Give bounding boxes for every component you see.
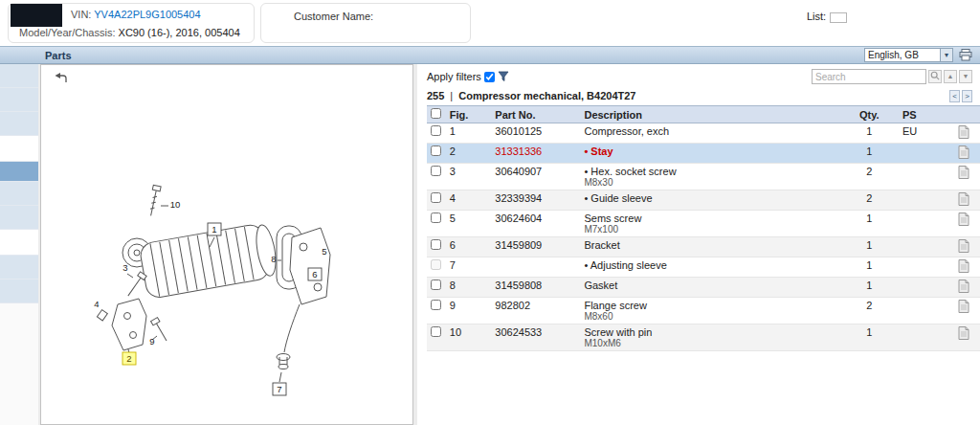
diagram-callout[interactable]: 7 bbox=[277, 384, 281, 394]
sidebar-item[interactable] bbox=[0, 88, 38, 112]
diagram-callout[interactable]: 1 bbox=[212, 224, 216, 235]
customer-name-label: Customer Name: bbox=[294, 11, 373, 22]
row-checkbox[interactable] bbox=[431, 280, 441, 290]
filters-row: Apply filters ▲ ▼ bbox=[427, 68, 972, 85]
part-no-cell bbox=[491, 257, 580, 278]
fig-cell: 10 bbox=[446, 324, 492, 351]
sidebar-item[interactable] bbox=[0, 136, 38, 162]
table-row[interactable]: 231331336• Stay1 bbox=[427, 144, 980, 164]
sidebar-item-selected[interactable] bbox=[0, 162, 38, 182]
note-icon bbox=[958, 239, 969, 253]
search-input[interactable] bbox=[812, 69, 926, 84]
note-icon bbox=[958, 145, 969, 159]
parts-table-body: 136010125Compressor, exch1EU231331336• S… bbox=[427, 123, 980, 351]
diagram-callout[interactable]: 9 bbox=[149, 336, 154, 347]
row-checkbox[interactable] bbox=[431, 125, 441, 136]
description-cell: Screw with pinM10xM6 bbox=[580, 324, 839, 351]
note-icon-cell[interactable] bbox=[947, 298, 980, 324]
table-row[interactable]: 530624604Sems screwM7x1001 bbox=[427, 211, 980, 237]
sidebar-item[interactable] bbox=[0, 256, 38, 280]
note-icon-cell[interactable] bbox=[947, 324, 980, 351]
fig-cell: 8 bbox=[446, 278, 492, 298]
table-row[interactable]: 136010125Compressor, exch1EU bbox=[427, 123, 980, 144]
row-checkbox[interactable] bbox=[431, 326, 441, 337]
filter-funnel-icon[interactable] bbox=[498, 71, 509, 82]
part-no-cell: 30624604 bbox=[491, 211, 580, 237]
row-checkbox[interactable] bbox=[431, 300, 441, 310]
note-icon-cell[interactable] bbox=[947, 123, 980, 144]
next-page-button[interactable]: > bbox=[962, 90, 972, 102]
diagram-callout[interactable]: 8 bbox=[271, 254, 276, 264]
diagram-callout[interactable]: 10 bbox=[170, 199, 181, 210]
row-checkbox[interactable] bbox=[431, 192, 441, 203]
prev-page-button[interactable]: < bbox=[949, 90, 960, 102]
sidebar-item[interactable] bbox=[0, 206, 38, 230]
select-all-cell bbox=[427, 106, 446, 123]
back-button[interactable] bbox=[51, 73, 70, 87]
list-dropdown[interactable] bbox=[830, 12, 847, 23]
qty-cell: 2 bbox=[840, 298, 899, 324]
search-button[interactable] bbox=[928, 70, 942, 83]
mini-sidebar bbox=[0, 64, 38, 425]
table-row[interactable]: 831459808Gasket1 bbox=[427, 278, 980, 298]
table-row[interactable]: 7• Adjusting sleeve1 bbox=[427, 257, 980, 278]
search-cluster: ▲ ▼ bbox=[812, 69, 972, 84]
table-row[interactable]: 9982802Flange screwM8x602 bbox=[427, 298, 980, 324]
language-select-value: English, GB bbox=[868, 50, 919, 60]
sidebar-item[interactable] bbox=[0, 280, 38, 303]
apply-filters-checkbox[interactable] bbox=[484, 72, 495, 82]
note-icon-cell[interactable] bbox=[947, 237, 980, 257]
model-label: Model/Year/Chassis: bbox=[19, 27, 115, 38]
fig-cell: 9 bbox=[446, 298, 492, 324]
part-no-cell: 30640907 bbox=[491, 164, 580, 190]
qty-cell: 1 bbox=[840, 123, 899, 144]
table-row[interactable]: 330640907• Hex. socket screwM8x302 bbox=[427, 164, 980, 190]
description-sub: M10xM6 bbox=[584, 338, 835, 348]
row-checkbox-cell bbox=[427, 257, 446, 278]
description-sub: M7x100 bbox=[584, 224, 835, 235]
part-no-cell: 31459809 bbox=[491, 237, 580, 257]
table-row[interactable]: 432339394• Guide sleeve2 bbox=[427, 190, 980, 211]
note-icon-cell[interactable] bbox=[947, 257, 980, 278]
print-button[interactable] bbox=[957, 48, 974, 62]
search-prev-button[interactable]: ▲ bbox=[944, 70, 957, 83]
note-icon-cell[interactable] bbox=[947, 278, 980, 298]
sidebar-item[interactable] bbox=[0, 64, 38, 88]
select-all-checkbox[interactable] bbox=[431, 108, 441, 119]
table-row[interactable]: 1030624533Screw with pinM10xM61 bbox=[427, 324, 980, 351]
part-no-cell: 30624533 bbox=[491, 324, 580, 351]
vin-line: VIN: YV4A22PL9G1005404 bbox=[71, 9, 201, 20]
note-icon-cell[interactable] bbox=[947, 144, 980, 164]
row-checkbox[interactable] bbox=[431, 166, 441, 176]
diagram-callout[interactable]: 6 bbox=[312, 269, 317, 280]
vin-label: VIN: bbox=[71, 9, 91, 20]
ps-cell bbox=[899, 164, 947, 190]
vin-value[interactable]: YV4A22PL9G1005404 bbox=[94, 9, 200, 20]
diagram-callout[interactable]: 2 bbox=[126, 353, 131, 364]
note-icon bbox=[958, 125, 969, 139]
description-cell: Bracket bbox=[580, 237, 839, 257]
row-checkbox[interactable] bbox=[431, 212, 441, 223]
language-select[interactable]: English, GB ▾ bbox=[864, 48, 953, 62]
sidebar-item[interactable] bbox=[0, 112, 38, 136]
fig-cell: 6 bbox=[446, 237, 492, 257]
diagram-callout[interactable]: 5 bbox=[322, 246, 326, 257]
qty-cell: 1 bbox=[840, 278, 899, 298]
table-row[interactable]: 631459809Bracket1 bbox=[427, 237, 980, 257]
sidebar-item[interactable] bbox=[0, 230, 38, 256]
row-checkbox[interactable] bbox=[431, 259, 441, 270]
description-cell: Gasket bbox=[580, 278, 839, 298]
section-separator: | bbox=[450, 90, 453, 101]
row-checkbox[interactable] bbox=[431, 145, 441, 156]
sidebar-item[interactable] bbox=[0, 182, 38, 206]
note-icon-cell[interactable] bbox=[947, 190, 980, 211]
diagram-callout[interactable]: 4 bbox=[94, 299, 99, 309]
search-next-button[interactable]: ▼ bbox=[959, 70, 972, 83]
row-checkbox[interactable] bbox=[431, 239, 441, 250]
diagram-callout[interactable]: 3 bbox=[122, 262, 127, 273]
note-icon-cell[interactable] bbox=[947, 164, 980, 190]
list-area: List: bbox=[807, 11, 847, 23]
note-icon-cell[interactable] bbox=[947, 211, 980, 237]
exploded-diagram: 10134925867 bbox=[41, 65, 412, 424]
row-checkbox-cell bbox=[427, 237, 446, 257]
